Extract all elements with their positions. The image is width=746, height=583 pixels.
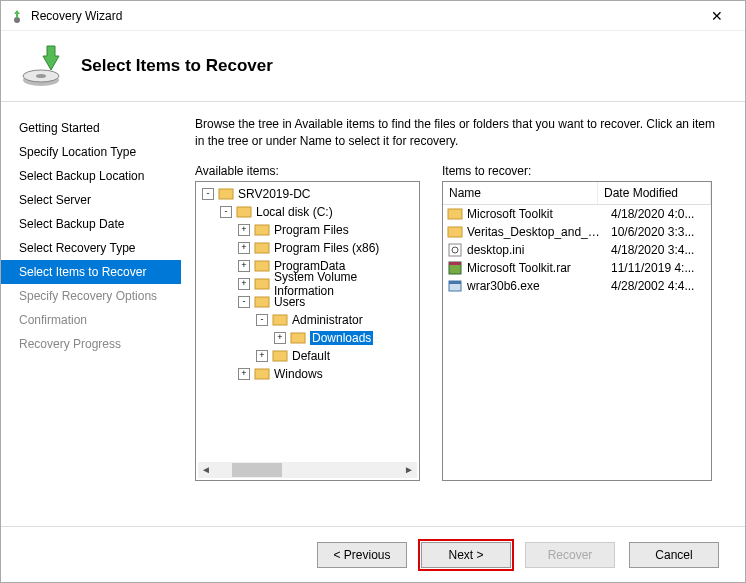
tree-node-default[interactable]: + Default: [196, 347, 419, 365]
expander-icon[interactable]: -: [256, 314, 268, 326]
next-button[interactable]: Next >: [421, 542, 511, 568]
svg-rect-22: [449, 281, 461, 284]
tree-node-label: Local disk (C:): [256, 205, 333, 219]
column-name[interactable]: Name: [443, 182, 598, 204]
title-bar: Recovery Wizard ✕: [1, 1, 745, 31]
svg-rect-9: [255, 279, 269, 289]
close-button[interactable]: ✕: [697, 2, 737, 30]
svg-point-3: [36, 74, 46, 78]
folder-icon: [272, 349, 288, 363]
tree-node-windows[interactable]: + Windows: [196, 365, 419, 383]
svg-rect-10: [255, 297, 269, 307]
list-item[interactable]: Microsoft Toolkit 4/18/2020 4:0...: [443, 205, 711, 223]
items-to-recover-label: Items to recover:: [442, 164, 712, 178]
expander-icon[interactable]: +: [238, 242, 250, 254]
step-select-recovery-type[interactable]: Select Recovery Type: [1, 236, 181, 260]
expander-icon[interactable]: +: [274, 332, 286, 344]
folder-icon: [254, 295, 270, 309]
step-select-backup-location[interactable]: Select Backup Location: [1, 164, 181, 188]
tree-node-label: Windows: [274, 367, 323, 381]
svg-rect-13: [273, 351, 287, 361]
available-items-pane: Available items: - SRV2019-DC - Local di…: [195, 164, 420, 526]
item-date: 4/28/2002 4:4...: [605, 279, 707, 293]
step-select-server[interactable]: Select Server: [1, 188, 181, 212]
folder-icon: [254, 367, 270, 381]
tree-node-program-files-x86[interactable]: + Program Files (x86): [196, 239, 419, 257]
tree-node-label: Administrator: [292, 313, 363, 327]
item-name: Microsoft Toolkit.rar: [467, 261, 605, 275]
expander-icon[interactable]: +: [238, 278, 250, 290]
step-specify-location-type[interactable]: Specify Location Type: [1, 140, 181, 164]
step-select-backup-date[interactable]: Select Backup Date: [1, 212, 181, 236]
tree-node-label: Default: [292, 349, 330, 363]
expander-icon[interactable]: -: [238, 296, 250, 308]
svg-rect-6: [255, 225, 269, 235]
exe-file-icon: [447, 278, 463, 294]
folder-icon: [290, 331, 306, 345]
folder-icon: [236, 205, 252, 219]
window-title: Recovery Wizard: [31, 9, 697, 23]
horizontal-scrollbar[interactable]: ◄ ►: [198, 462, 417, 478]
scroll-left-icon[interactable]: ◄: [198, 462, 214, 478]
recovery-wizard-window: Recovery Wizard ✕ Select Items to Recove…: [0, 0, 746, 583]
svg-rect-14: [255, 369, 269, 379]
svg-rect-17: [449, 244, 461, 256]
item-name: Microsoft Toolkit: [467, 207, 605, 221]
items-to-recover-list[interactable]: Name Date Modified Microsoft Toolkit 4/1…: [442, 181, 712, 481]
tree-node-label: Users: [274, 295, 305, 309]
tree-node-administrator[interactable]: - Administrator: [196, 311, 419, 329]
svg-rect-7: [255, 243, 269, 253]
list-item[interactable]: Microsoft Toolkit.rar 11/11/2019 4:...: [443, 259, 711, 277]
step-select-items-to-recover[interactable]: Select Items to Recover: [1, 260, 181, 284]
item-date: 10/6/2020 3:3...: [605, 225, 707, 239]
recover-button: Recover: [525, 542, 615, 568]
folder-icon: [254, 277, 270, 291]
svg-rect-11: [273, 315, 287, 325]
expander-icon[interactable]: -: [202, 188, 214, 200]
tree-node-label: SRV2019-DC: [238, 187, 310, 201]
list-item[interactable]: wrar30b6.exe 4/28/2002 4:4...: [443, 277, 711, 295]
column-date-modified[interactable]: Date Modified: [598, 182, 711, 204]
expander-icon[interactable]: -: [220, 206, 232, 218]
server-icon: [218, 187, 234, 201]
list-item[interactable]: desktop.ini 4/18/2020 3:4...: [443, 241, 711, 259]
step-confirmation: Confirmation: [1, 308, 181, 332]
folder-icon: [447, 224, 463, 240]
step-getting-started[interactable]: Getting Started: [1, 116, 181, 140]
svg-rect-16: [448, 227, 462, 237]
folder-icon: [272, 313, 288, 327]
expander-icon[interactable]: +: [238, 260, 250, 272]
items-to-recover-pane: Items to recover: Name Date Modified Mic…: [442, 164, 712, 526]
page-heading: Select Items to Recover: [81, 56, 273, 76]
available-items-label: Available items:: [195, 164, 420, 178]
available-items-tree[interactable]: - SRV2019-DC - Local disk (C:) + Program…: [195, 181, 420, 481]
list-header[interactable]: Name Date Modified: [443, 182, 711, 205]
cancel-button[interactable]: Cancel: [629, 542, 719, 568]
scroll-right-icon[interactable]: ►: [401, 462, 417, 478]
svg-rect-20: [449, 262, 461, 265]
item-date: 11/11/2019 4:...: [605, 261, 707, 275]
step-recovery-progress: Recovery Progress: [1, 332, 181, 356]
item-date: 4/18/2020 3:4...: [605, 243, 707, 257]
folder-icon: [254, 241, 270, 255]
svg-rect-4: [219, 189, 233, 199]
tree-node-label: Program Files: [274, 223, 349, 237]
list-item[interactable]: Veritas_Desktop_and_La... 10/6/2020 3:3.…: [443, 223, 711, 241]
tree-node-local-disk[interactable]: - Local disk (C:): [196, 203, 419, 221]
previous-button[interactable]: < Previous: [317, 542, 407, 568]
rar-file-icon: [447, 260, 463, 276]
svg-rect-15: [448, 209, 462, 219]
steps-sidebar: Getting Started Specify Location Type Se…: [1, 102, 181, 526]
scroll-thumb[interactable]: [232, 463, 282, 477]
tree-node-root[interactable]: - SRV2019-DC: [196, 185, 419, 203]
tree-node-program-files[interactable]: + Program Files: [196, 221, 419, 239]
expander-icon[interactable]: +: [256, 350, 268, 362]
tree-node-downloads[interactable]: + Downloads: [196, 329, 419, 347]
item-name: wrar30b6.exe: [467, 279, 605, 293]
step-specify-recovery-options: Specify Recovery Options: [1, 284, 181, 308]
expander-icon[interactable]: +: [238, 224, 250, 236]
svg-rect-5: [237, 207, 251, 217]
tree-node-system-volume-information[interactable]: + System Volume Information: [196, 275, 419, 293]
expander-icon[interactable]: +: [238, 368, 250, 380]
item-name: desktop.ini: [467, 243, 605, 257]
